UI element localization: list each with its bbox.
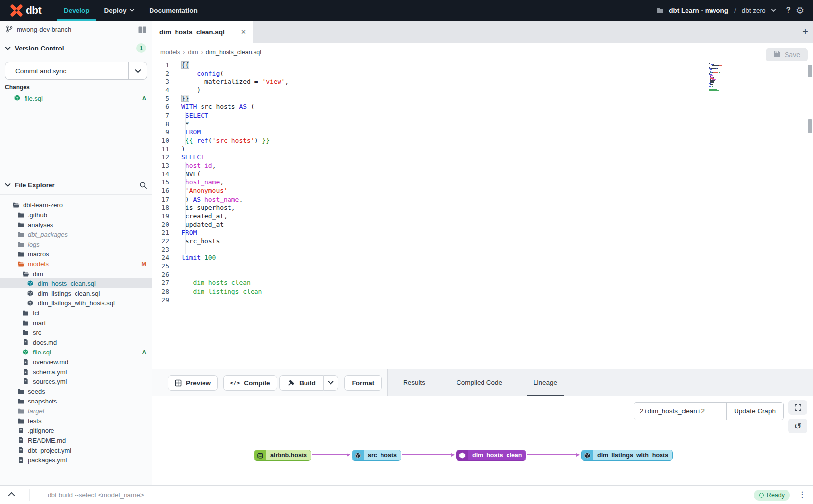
format-button[interactable]: Format [344, 375, 382, 391]
environment-name[interactable]: dbt zero [742, 7, 766, 14]
code-line[interactable]: 6WITH src_hosts AS ( [152, 102, 813, 111]
lineage-node-dim-hosts-clean[interactable]: dim_hosts_clean [456, 450, 526, 461]
tree-file-dim-hosts-clean-sql[interactable]: dim_hosts_clean.sql [0, 278, 152, 288]
code-line[interactable]: 18 is_superhost, [152, 203, 813, 212]
code-line[interactable]: 25 [152, 262, 813, 270]
code-line[interactable]: 27-- dim_hosts_clean [152, 278, 813, 287]
panel-tab-compiled-code[interactable]: Compiled Code [450, 369, 509, 396]
tree-file-file-sql[interactable]: file.sqlA [0, 347, 152, 357]
breadcrumb-item[interactable]: dim_hosts_clean.sql [206, 49, 261, 56]
tree-file-dim-listings-clean-sql[interactable]: dim_listings_clean.sql [0, 288, 152, 298]
code-line[interactable]: 9 FROM [152, 128, 813, 136]
build-options-chevron[interactable] [324, 375, 338, 391]
code-line[interactable]: 10 {{ ref('src_hosts') }} [152, 136, 813, 145]
tree-file-packages-yml[interactable]: packages.yml [0, 455, 152, 465]
nav-item-documentation[interactable]: Documentation [142, 0, 205, 21]
code-line[interactable]: 16 'Anonymous' [152, 186, 813, 195]
search-icon[interactable] [139, 181, 147, 189]
fullscreen-icon[interactable] [788, 400, 807, 415]
version-control-header[interactable]: Version Control 1 [0, 39, 152, 57]
build-button[interactable]: Build [279, 375, 324, 391]
breadcrumb-item[interactable]: dim [188, 49, 198, 56]
preview-button[interactable]: Preview [168, 375, 218, 391]
changed-file-row[interactable]: file.sqlA [0, 93, 152, 103]
code-line[interactable]: 14 NVL( [152, 170, 813, 178]
tree-folder-fct[interactable]: fct [0, 308, 152, 318]
lineage-node-airbnb-hosts[interactable]: airbnb.hosts [254, 450, 311, 461]
tree-file-dim-listings-with-hosts-sql[interactable]: dim_listings_with_hosts.sql [0, 298, 152, 308]
code-line[interactable]: 7 SELECT [152, 111, 813, 120]
tree-folder-dbt-learn-zero[interactable]: dbt-learn-zero [0, 200, 152, 210]
file-explorer-header[interactable]: File Explorer [0, 176, 152, 195]
tree-file-docs-md[interactable]: docs.md [0, 337, 152, 347]
lineage-node-dim-listings-with-hosts[interactable]: dim_listings_with_hosts [581, 450, 673, 461]
tree-folder-mart[interactable]: mart [0, 318, 152, 328]
code-line[interactable]: 8 * [152, 120, 813, 128]
gear-icon[interactable]: ⚙ [796, 6, 804, 15]
panel-tab-lineage[interactable]: Lineage [527, 369, 564, 396]
tree-folder--github[interactable]: .github [0, 210, 152, 220]
tree-folder-analyses[interactable]: analyses [0, 220, 152, 229]
chevron-up-icon[interactable] [8, 491, 15, 497]
tree-folder-src[interactable]: src [0, 328, 152, 337]
panel-tab-results[interactable]: Results [396, 369, 432, 396]
tree-folder-macros[interactable]: macros [0, 249, 152, 259]
save-button[interactable]: Save [766, 48, 808, 62]
tree-file-sources-yml[interactable]: sources.yml [0, 377, 152, 386]
tree-file-overview-md[interactable]: overview.md [0, 357, 152, 367]
kebab-icon[interactable]: ⋮ [798, 490, 806, 499]
command-input[interactable] [47, 486, 723, 504]
tab-dim-hosts-clean[interactable]: dim_hosts_clean.sql ✕ [152, 21, 253, 43]
code-line[interactable]: 23 [152, 245, 813, 253]
tree-folder-target[interactable]: target [0, 406, 152, 416]
help-icon[interactable]: ? [786, 5, 791, 15]
editor-scrollbar-thumb[interactable] [808, 119, 812, 133]
tree-file-schema-yml[interactable]: schema.yml [0, 367, 152, 377]
project-name[interactable]: dbt Learn - mwong [669, 7, 728, 14]
chevron-down-icon[interactable] [771, 8, 776, 12]
book-icon[interactable] [138, 26, 146, 33]
compile-button[interactable]: </>Compile [223, 375, 277, 391]
close-icon[interactable]: ✕ [241, 28, 246, 36]
update-graph-button[interactable]: Update Graph [726, 403, 783, 420]
tree-folder-seeds[interactable]: seeds [0, 386, 152, 396]
code-line[interactable]: 28-- dim_listings_clean [152, 287, 813, 296]
breadcrumb-item[interactable]: models [160, 49, 180, 56]
code-line[interactable]: 13 host_id, [152, 161, 813, 170]
code-line[interactable]: 15 host_name, [152, 178, 813, 186]
code-editor[interactable]: 1{{2 config(3 materialized = 'view',4 )5… [152, 61, 813, 369]
nav-item-develop[interactable]: Develop [56, 0, 97, 21]
tree-folder-snapshots[interactable]: snapshots [0, 396, 152, 406]
tree-folder-tests[interactable]: tests [0, 416, 152, 426]
code-line[interactable]: 22 src_hosts [152, 237, 813, 245]
commit-options-chevron[interactable] [128, 62, 147, 79]
tree-folder-logs[interactable]: logs [0, 239, 152, 249]
editor-scrollbar-thumb[interactable] [808, 65, 812, 77]
code-line[interactable]: 12SELECT [152, 153, 813, 161]
tree-folder-dbt-packages[interactable]: dbt_packages [0, 229, 152, 239]
tree-file--gitignore[interactable]: .gitignore [0, 426, 152, 435]
git-branch-bar[interactable]: mwong-dev-branch [0, 21, 152, 39]
code-line[interactable]: 24limit 100 [152, 253, 813, 262]
code-line[interactable]: 26 [152, 270, 813, 278]
lineage-selector-input[interactable] [634, 403, 726, 420]
tree-file-dbt-project-yml[interactable]: dbt_project.yml [0, 445, 152, 455]
nav-item-deploy[interactable]: Deploy [97, 0, 142, 21]
code-line[interactable]: 17 ) AS host_name, [152, 195, 813, 203]
new-tab-button[interactable]: + [800, 21, 811, 43]
tree-file-readme-md[interactable]: README.md [0, 435, 152, 445]
lineage-node-src-hosts[interactable]: src_hosts [352, 450, 401, 461]
code-line[interactable]: 21FROM [152, 228, 813, 237]
code-line[interactable]: 11) [152, 145, 813, 153]
code-line[interactable]: 5}} [152, 94, 813, 102]
minimap[interactable] [709, 63, 726, 92]
code-line[interactable]: 29 [152, 296, 813, 304]
dbt-logo[interactable]: dbt [0, 0, 51, 21]
tree-folder-models[interactable]: modelsM [0, 259, 152, 269]
code-line[interactable]: 20 updated_at [152, 220, 813, 228]
tree-folder-dim[interactable]: dim [0, 269, 152, 278]
file-icon [17, 456, 25, 463]
commit-and-sync-button[interactable]: Commit and sync [5, 62, 147, 80]
reset-view-icon[interactable]: ↺ [788, 419, 807, 433]
code-line[interactable]: 19 created_at, [152, 212, 813, 220]
